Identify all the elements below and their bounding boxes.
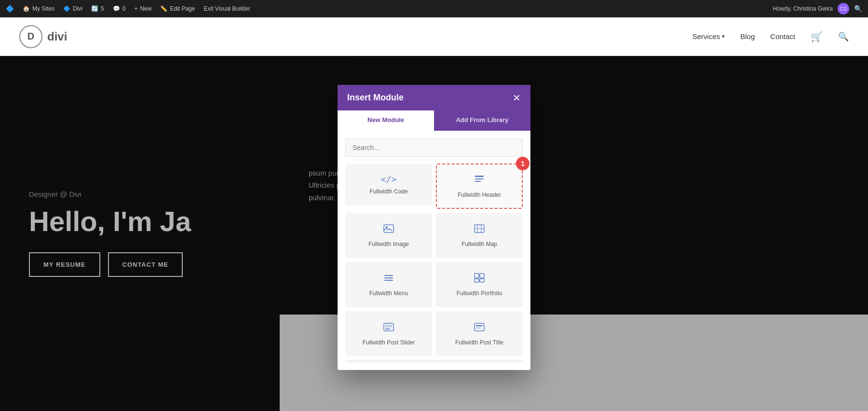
site-header: D divi Services ▾ Blog Contact 🛒 🔍 (0, 17, 868, 56)
module-fullwidth-post-title[interactable]: Fullwidth Post Title (436, 311, 523, 356)
module-post-slider-label: Fullwidth Post Slider (363, 339, 415, 346)
scroll-hint (345, 360, 523, 362)
site-logo[interactable]: D divi (19, 25, 67, 48)
module-item-wrapper-map: Fullwidth Map (436, 213, 523, 258)
search-icon[interactable]: 🔍 (854, 5, 862, 13)
new-icon: + (134, 5, 137, 12)
search-icon[interactable]: 🔍 (838, 31, 849, 42)
module-post-title-label: Fullwidth Post Title (455, 339, 503, 346)
admin-bar: 🔷 🏠 My Sites 🔷 Divi 🔄 5 💬 0 + New ✏️ Edi… (0, 0, 868, 17)
image-icon (383, 223, 394, 237)
module-header-label: Fullwidth Header (458, 192, 501, 198)
module-fullwidth-code[interactable]: </> Fullwidth Code (345, 164, 432, 206)
svg-rect-9 (475, 274, 479, 278)
svg-rect-12 (480, 279, 484, 282)
module-item-wrapper-header: Fullwidth Header 1 (436, 164, 523, 209)
module-item-wrapper-portfolio: Fullwidth Portfolio (436, 262, 523, 307)
logo-circle: D (19, 25, 42, 48)
module-item-wrapper-post-slider: Fullwidth Post Slider (345, 311, 432, 356)
module-portfolio-label: Fullwidth Portfolio (457, 290, 502, 297)
svg-rect-18 (476, 328, 481, 329)
cart-icon[interactable]: 🛒 (811, 31, 823, 42)
modal-title: Insert Module (347, 93, 404, 103)
modal-overlay: Insert Module ✕ New Module Add From Libr… (0, 56, 868, 411)
module-fullwidth-menu[interactable]: Fullwidth Menu (345, 262, 432, 307)
admin-my-sites[interactable]: 🏠 My Sites (23, 5, 54, 12)
code-icon: </> (381, 174, 397, 184)
main-content: Designer @ Divi Hello, I'm Ja MY RESUME … (0, 56, 868, 411)
admin-comments[interactable]: 💬 0 (113, 5, 126, 12)
nav-item-contact[interactable]: Contact (770, 32, 795, 41)
comments-icon: 💬 (113, 5, 120, 12)
module-fullwidth-map[interactable]: Fullwidth Map (436, 213, 523, 258)
admin-user-info: Howdy, Christina Gwira CG 🔍 (773, 3, 862, 14)
site-navigation: Services ▾ Blog Contact 🛒 🔍 (692, 31, 849, 42)
module-map-label: Fullwidth Map (461, 241, 497, 247)
svg-rect-15 (385, 329, 390, 329)
svg-rect-8 (384, 280, 393, 281)
admin-edit-page[interactable]: ✏️ Edit Page (160, 5, 195, 12)
module-fullwidth-image[interactable]: Fullwidth Image (345, 213, 432, 258)
nav-item-services[interactable]: Services ▾ (692, 32, 725, 41)
badge-number: 1 (516, 157, 529, 170)
post-slider-icon (383, 322, 394, 335)
tab-add-from-library[interactable]: Add From Library (434, 110, 530, 131)
svg-rect-14 (385, 325, 392, 328)
svg-rect-0 (475, 176, 484, 177)
home-icon: 🏠 (23, 5, 30, 12)
svg-rect-1 (475, 178, 484, 179)
portfolio-icon (474, 273, 485, 286)
admin-divi[interactable]: 🔷 Divi (63, 5, 82, 12)
admin-updates[interactable]: 🔄 5 (91, 5, 104, 12)
module-item-wrapper-menu: Fullwidth Menu (345, 262, 432, 307)
wp-icon: 🔷 (6, 5, 14, 13)
module-fullwidth-post-slider[interactable]: Fullwidth Post Slider (345, 311, 432, 356)
post-title-icon (474, 322, 485, 335)
divi-icon: 🔷 (63, 5, 70, 12)
modal-body: </> Fullwidth Code (338, 131, 530, 370)
updates-icon: 🔄 (91, 5, 98, 12)
menu-icon (383, 273, 394, 286)
svg-rect-17 (476, 325, 483, 327)
avatar: CG (838, 3, 849, 14)
module-image-label: Fullwidth Image (368, 241, 409, 247)
module-item-wrapper-code: </> Fullwidth Code (345, 164, 432, 209)
modal-tabs: New Module Add From Library (338, 110, 530, 131)
edit-icon: ✏️ (160, 5, 167, 12)
module-item-wrapper-image: Fullwidth Image (345, 213, 432, 258)
admin-new[interactable]: + New (134, 5, 151, 12)
modal-header: Insert Module ✕ (338, 85, 530, 110)
insert-module-modal: Insert Module ✕ New Module Add From Libr… (338, 85, 530, 370)
nav-item-blog[interactable]: Blog (740, 32, 755, 41)
chevron-down-icon: ▾ (722, 33, 725, 40)
svg-rect-10 (480, 274, 484, 278)
svg-rect-6 (384, 275, 393, 276)
module-item-wrapper-post-title: Fullwidth Post Title (436, 311, 523, 356)
svg-rect-2 (475, 181, 481, 182)
header-icon (474, 174, 485, 188)
modal-close-button[interactable]: ✕ (513, 93, 521, 103)
tab-new-module[interactable]: New Module (338, 110, 434, 131)
map-icon (474, 223, 485, 237)
admin-exit-builder[interactable]: Exit Visual Builder (203, 5, 250, 12)
module-menu-label: Fullwidth Menu (369, 290, 408, 297)
module-search-input[interactable] (345, 138, 523, 157)
module-code-label: Fullwidth Code (369, 188, 407, 195)
svg-rect-7 (384, 277, 393, 278)
module-fullwidth-header[interactable]: Fullwidth Header (436, 164, 523, 209)
svg-rect-11 (475, 279, 479, 282)
module-fullwidth-portfolio[interactable]: Fullwidth Portfolio (436, 262, 523, 307)
svg-rect-16 (475, 323, 484, 331)
modules-grid: </> Fullwidth Code (345, 164, 523, 356)
